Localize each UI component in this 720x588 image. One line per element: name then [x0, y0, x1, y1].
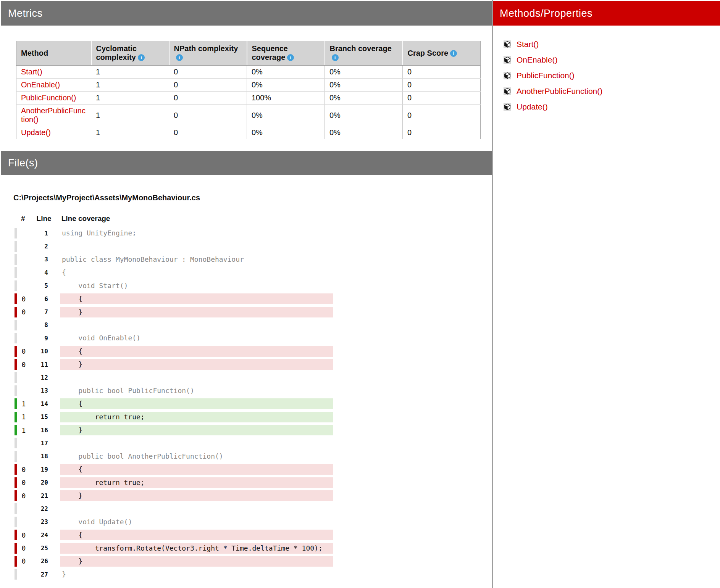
- coverage-indicator-bar: [15, 451, 17, 462]
- code-text: {: [60, 398, 333, 409]
- code-line-row: 12: [13, 371, 492, 384]
- method-link[interactable]: OnEnable(): [21, 81, 60, 89]
- metrics-table: MethodCyclomatic complexityiNPath comple…: [16, 41, 481, 139]
- metric-value-cell: 0: [169, 105, 247, 126]
- line-number: 1: [31, 230, 48, 237]
- line-number: 9: [31, 335, 48, 342]
- code-text: }: [60, 359, 333, 370]
- metrics-col-label: Sequence coverage: [252, 44, 288, 61]
- hit-count: 0: [17, 361, 31, 369]
- code-text: [60, 372, 333, 383]
- line-number: 3: [31, 256, 48, 263]
- code-text: void Start(): [60, 280, 333, 291]
- method-list-item: PublicFunction(): [504, 68, 720, 83]
- info-icon[interactable]: i: [450, 50, 457, 57]
- metric-value-cell: 0%: [247, 79, 325, 92]
- line-number: 27: [31, 571, 48, 578]
- code-line-row: 17: [13, 437, 492, 449]
- info-icon[interactable]: i: [138, 54, 145, 61]
- metrics-section-title: Metrics: [8, 8, 43, 19]
- method-link[interactable]: AnotherPublicFunction(): [21, 106, 86, 124]
- code-line-row: 011 }: [13, 358, 492, 371]
- line-number: 11: [31, 361, 48, 368]
- metrics-section-header: Metrics: [1, 1, 492, 26]
- code-text: void Update(): [60, 517, 333, 527]
- method-list-item: OnEnable(): [504, 52, 720, 68]
- method-link[interactable]: AnotherPublicFunction(): [517, 87, 602, 96]
- line-number: 12: [31, 374, 48, 381]
- code-line-row: 22: [13, 502, 492, 515]
- metrics-col-label: Crap Score: [408, 49, 449, 57]
- code-coverage-rows: 1using UnityEngine;23public class MyMono…: [13, 227, 492, 581]
- metrics-col-header: Method: [16, 41, 91, 66]
- method-link[interactable]: OnEnable(): [517, 55, 557, 64]
- line-number: 25: [31, 545, 48, 552]
- code-text: {: [60, 464, 333, 475]
- line-number: 6: [31, 295, 48, 303]
- metric-value-cell: 0: [169, 65, 247, 79]
- code-text: public bool PublicFunction(): [60, 385, 333, 396]
- method-link[interactable]: PublicFunction(): [21, 93, 76, 102]
- code-line-row: 27}: [13, 568, 492, 581]
- code-line-row: 8: [13, 319, 492, 332]
- hit-count: 0: [17, 295, 31, 303]
- code-text: public class MyMonoBehaviour : MonoBehav…: [60, 254, 333, 265]
- method-link[interactable]: Update(): [21, 128, 51, 137]
- metric-value-cell: 0%: [247, 126, 325, 139]
- cube-icon: [504, 87, 511, 95]
- code-text: }: [60, 425, 333, 435]
- method-link[interactable]: Start(): [517, 40, 539, 49]
- files-section-header: File(s): [1, 151, 492, 175]
- method-link[interactable]: PublicFunction(): [517, 71, 575, 80]
- metric-value-cell: 0: [403, 79, 481, 92]
- metrics-table-row: Update()100%0%0: [16, 126, 481, 139]
- line-number: 2: [31, 243, 48, 250]
- file-path: C:\Projects\MyProject\Assets\MyMonoBehav…: [13, 193, 492, 202]
- code-text: [60, 241, 333, 252]
- methods-properties-list: Start() OnEnable() PublicFunction() Anot…: [493, 36, 720, 114]
- code-text: {: [60, 530, 333, 540]
- code-line-row: 024 {: [13, 528, 492, 541]
- code-line-row: 026 }: [13, 555, 492, 568]
- coverage-indicator-bar: [15, 320, 17, 330]
- metric-value-cell: 0%: [325, 105, 403, 126]
- hit-count: 0: [17, 557, 31, 565]
- coverage-indicator-bar: [15, 254, 17, 265]
- metric-value-cell: 1: [91, 92, 169, 105]
- info-icon[interactable]: i: [176, 54, 183, 61]
- metrics-col-header: Crap Scorei: [403, 41, 481, 66]
- metrics-col-label: Cyclomatic complexity: [96, 44, 137, 61]
- code-text: public bool AnotherPublicFunction(): [60, 451, 333, 462]
- code-text: [60, 438, 333, 448]
- coverage-indicator-bar: [15, 333, 17, 343]
- code-line-row: 2: [13, 240, 492, 253]
- line-number: 10: [31, 348, 48, 355]
- hit-count: 0: [17, 308, 31, 316]
- cube-icon: [504, 72, 511, 79]
- line-number: 13: [31, 387, 48, 394]
- metric-value-cell: 1: [91, 79, 169, 92]
- col-header-line: Line: [37, 214, 52, 223]
- line-number: 19: [31, 466, 48, 473]
- metric-value-cell: 0%: [325, 65, 403, 79]
- metric-value-cell: 0%: [325, 126, 403, 139]
- coverage-indicator-bar: [15, 385, 17, 396]
- code-line-row: 4{: [13, 266, 492, 279]
- method-link[interactable]: Start(): [21, 68, 42, 76]
- metrics-header-row: MethodCyclomatic complexityiNPath comple…: [16, 41, 481, 66]
- code-text: void OnEnable(): [60, 333, 333, 343]
- methods-properties-title: Methods/Properties: [500, 8, 592, 19]
- code-line-row: 13 public bool PublicFunction(): [13, 384, 492, 397]
- metrics-col-header: NPath complexityi: [169, 41, 247, 66]
- code-line-row: 9 void OnEnable(): [13, 332, 492, 345]
- method-list-item: Update(): [504, 99, 720, 114]
- code-line-row: 06 {: [13, 292, 492, 305]
- col-header-hits: #: [21, 214, 25, 223]
- method-link[interactable]: Update(): [517, 102, 548, 111]
- hit-count: 1: [17, 413, 31, 421]
- info-icon[interactable]: i: [287, 54, 294, 61]
- line-number: 4: [31, 269, 48, 276]
- info-icon[interactable]: i: [332, 54, 339, 61]
- code-line-row: 116 }: [13, 424, 492, 437]
- line-number: 26: [31, 557, 48, 565]
